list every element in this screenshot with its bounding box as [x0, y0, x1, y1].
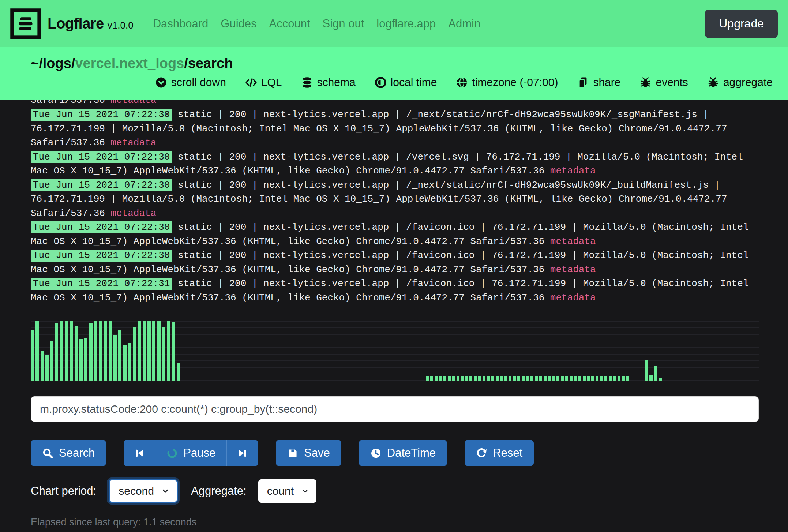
metadata-link[interactable]: metadata — [110, 137, 156, 148]
chart-bar — [167, 321, 170, 381]
nav-link-account[interactable]: Account — [269, 17, 310, 30]
chart-bar — [552, 376, 555, 381]
playback-button-group: Pause — [124, 440, 258, 466]
chart-bar — [143, 321, 146, 381]
lql-button[interactable]: LQL — [245, 76, 282, 89]
skip-to-end-button[interactable] — [226, 440, 258, 466]
log-timestamp: Tue Jun 15 2021 07:22:30 — [31, 151, 172, 163]
search-icon — [42, 447, 53, 459]
reset-button[interactable]: Reset — [465, 440, 534, 466]
search-input[interactable] — [31, 396, 759, 422]
log-entry: Tue Jun 15 2021 07:22:30 static | 200 | … — [31, 178, 759, 221]
chart-bar — [526, 376, 529, 381]
chart-bar — [578, 376, 581, 381]
log-entry: Tue Jun 15 2021 07:22:30 static | 200 | … — [31, 150, 759, 178]
chart-bar — [478, 376, 481, 381]
chart-bar — [596, 376, 598, 381]
log-timestamp: Tue Jun 15 2021 07:22:30 — [31, 179, 172, 191]
chart-bar — [430, 376, 433, 381]
timezone-button[interactable]: timezone (-07:00) — [456, 76, 558, 89]
step-backward-icon — [134, 447, 145, 459]
adjust-icon — [375, 76, 387, 89]
breadcrumb-source-name[interactable]: vercel.next_logs — [75, 56, 184, 71]
chart-bar — [123, 345, 127, 381]
nav-link-sign-out[interactable]: Sign out — [323, 17, 364, 30]
log-entry: Tue Jun 15 2021 07:22:31 static | 200 | … — [31, 277, 759, 305]
chart-bar — [570, 376, 573, 381]
save-button[interactable]: Save — [276, 440, 341, 466]
log-entry: Tue Jun 15 2021 07:22:30 static | 200 | … — [31, 220, 759, 248]
chart-bar — [65, 321, 68, 381]
chart-bar — [109, 321, 112, 381]
breadcrumb: ~/logs/vercel.next_logs/search — [31, 55, 773, 71]
nav-link-guides[interactable]: Guides — [221, 17, 256, 30]
metadata-link[interactable]: metadata — [110, 208, 156, 219]
chart-bar — [35, 321, 39, 381]
local-time-toggle[interactable]: local time — [375, 76, 437, 89]
upgrade-button[interactable]: Upgrade — [705, 10, 778, 38]
globe-icon — [456, 76, 468, 89]
chart-bar — [439, 376, 442, 381]
chart-bar — [465, 376, 468, 381]
chart-bar — [530, 376, 533, 381]
chart-bar — [491, 376, 494, 381]
chart-bar — [89, 323, 93, 381]
nav-link-dashboard[interactable]: Dashboard — [153, 17, 209, 30]
metadata-link[interactable]: metadata — [550, 236, 596, 247]
loading-spinner-icon — [166, 447, 178, 459]
chart-bar — [496, 376, 499, 381]
breadcrumb-suffix: /search — [184, 56, 233, 71]
logflare-logo-icon[interactable] — [10, 8, 41, 39]
chart-bar — [84, 338, 87, 381]
chart-bar — [435, 376, 438, 381]
chart-bar-group — [31, 321, 180, 381]
chart-bar — [443, 376, 446, 381]
pause-button[interactable]: Pause — [155, 440, 226, 466]
breadcrumb-prefix: ~/logs/ — [31, 56, 75, 71]
chart-bar — [517, 376, 520, 381]
chart-bar — [645, 360, 648, 381]
chart-bar — [509, 376, 511, 381]
chart-bar — [622, 376, 625, 381]
chart-bar — [504, 376, 507, 381]
chart-bar — [654, 366, 657, 381]
metadata-link[interactable]: metadata — [550, 292, 596, 303]
app-title: Logflare — [48, 15, 104, 32]
share-button[interactable]: share — [577, 76, 620, 89]
chart-bar — [31, 330, 34, 381]
schema-button[interactable]: schema — [301, 76, 356, 89]
chart-bar — [544, 376, 547, 381]
nav-link-logflare-app[interactable]: logflare.app — [376, 17, 436, 30]
chart-bar — [539, 376, 542, 381]
chart-bar — [162, 327, 165, 381]
chart-bar — [157, 321, 161, 381]
chart-period-select[interactable]: second — [109, 479, 178, 503]
chart-bar — [50, 341, 53, 381]
scroll-down-button[interactable]: scroll down — [155, 76, 226, 89]
chart-bar — [172, 322, 175, 381]
chart-bar — [461, 376, 464, 381]
search-toolbar: scroll down LQL schema local time timezo… — [31, 76, 773, 89]
log-entry: Safari/537.36 metadata — [31, 100, 759, 108]
copy-icon — [577, 76, 589, 89]
chart-bar — [659, 378, 662, 381]
nav-links: Dashboard Guides Account Sign out logfla… — [153, 17, 481, 30]
datetime-button[interactable]: DateTime — [359, 440, 447, 466]
events-button[interactable]: events — [639, 76, 688, 89]
aggregate-select[interactable]: count — [258, 479, 316, 503]
chart-bar — [561, 376, 564, 381]
aggregate-button[interactable]: aggregate — [707, 76, 773, 89]
chart-bar — [128, 343, 131, 381]
app-version: v1.0.0 — [108, 20, 134, 31]
chart-bar — [177, 363, 180, 381]
metadata-link[interactable]: metadata — [550, 165, 596, 176]
nav-link-admin[interactable]: Admin — [448, 17, 480, 30]
chart-bar — [79, 339, 83, 381]
metadata-link[interactable]: metadata — [550, 264, 596, 275]
skip-to-start-button[interactable] — [124, 440, 155, 466]
log-entry: Tue Jun 15 2021 07:22:30 static | 200 | … — [31, 108, 759, 150]
search-button[interactable]: Search — [31, 440, 106, 466]
chart-bar — [426, 376, 429, 381]
chart-bar-group — [426, 321, 629, 381]
metadata-link[interactable]: metadata — [110, 100, 156, 106]
